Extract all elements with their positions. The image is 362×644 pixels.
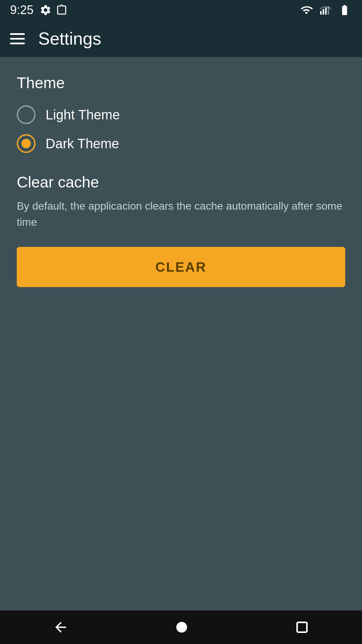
- menu-line-2: [10, 38, 25, 40]
- status-icons: [40, 4, 68, 16]
- svg-point-4: [176, 622, 187, 633]
- home-icon: [174, 619, 190, 635]
- toolbar: Settings: [0, 20, 362, 57]
- svg-rect-3: [328, 6, 329, 15]
- home-button[interactable]: [167, 612, 196, 642]
- recents-button[interactable]: [288, 613, 316, 641]
- clear-cache-title: Clear cache: [17, 173, 345, 191]
- settings-status-icon: [40, 4, 52, 16]
- status-time: 9:25: [10, 3, 34, 17]
- light-theme-label: Light Theme: [46, 107, 120, 122]
- dark-theme-option[interactable]: Dark Theme: [17, 134, 345, 153]
- theme-section-title: Theme: [17, 74, 345, 92]
- back-icon: [53, 619, 69, 635]
- nav-bar: [0, 610, 362, 644]
- status-bar-left: 9:25: [10, 3, 68, 17]
- recents-icon: [295, 620, 309, 635]
- menu-line-1: [10, 33, 25, 35]
- menu-line-3: [10, 43, 25, 44]
- page-title: Settings: [38, 29, 101, 49]
- menu-button[interactable]: [10, 33, 25, 44]
- back-button[interactable]: [46, 612, 75, 642]
- clear-cache-description: By default, the applicacion clears the c…: [17, 198, 345, 230]
- battery-icon: [337, 4, 352, 16]
- signal-icon: [319, 4, 331, 16]
- svg-rect-2: [325, 8, 327, 15]
- theme-radio-group: Light Theme Dark Theme: [17, 105, 345, 153]
- status-bar: 9:25: [0, 0, 362, 20]
- svg-rect-0: [320, 11, 322, 15]
- dark-theme-label: Dark Theme: [46, 136, 119, 151]
- clipboard-status-icon: [56, 4, 68, 16]
- content-area: Theme Light Theme Dark Theme Clear cache…: [0, 57, 362, 610]
- status-bar-right: [300, 4, 352, 16]
- dark-theme-radio[interactable]: [17, 134, 36, 153]
- wifi-icon: [300, 4, 313, 16]
- dark-theme-radio-dot: [21, 139, 31, 148]
- clear-button-label: CLEAR: [156, 260, 207, 275]
- light-theme-option[interactable]: Light Theme: [17, 105, 345, 124]
- clear-cache-button[interactable]: CLEAR: [17, 247, 345, 287]
- svg-rect-1: [323, 9, 324, 15]
- svg-rect-5: [297, 622, 307, 632]
- light-theme-radio[interactable]: [17, 105, 36, 124]
